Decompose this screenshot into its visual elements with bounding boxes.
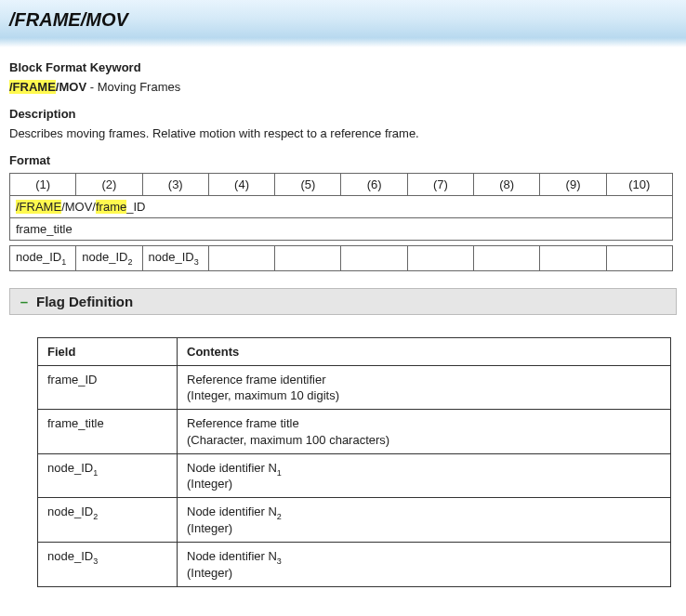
flag-definition-bar[interactable]: – Flag Definition (9, 288, 677, 315)
collapse-icon[interactable]: – (18, 294, 31, 309)
format-col-4: (4) (208, 174, 274, 196)
definition-contents: Reference frame identifier(Integer, maxi… (178, 365, 671, 410)
format-label: Format (9, 153, 677, 167)
format-col-6: (6) (341, 174, 407, 196)
definition-contents: Node identifier N3(Integer) (178, 542, 671, 586)
format-header-row: (1) (2) (3) (4) (5) (6) (7) (8) (9) (10) (10, 174, 673, 196)
definition-contents: Node identifier N1(Integer) (178, 453, 671, 498)
format-col-2: (2) (76, 174, 142, 196)
format-row-2: frame_title (10, 218, 673, 241)
format-table: (1) (2) (3) (4) (5) (6) (7) (8) (9) (10)… (9, 173, 673, 271)
definition-header-field: Field (38, 337, 178, 365)
flag-definition-title: Flag Definition (36, 294, 133, 309)
definition-field: node_ID3 (38, 542, 178, 586)
page-title: /FRAME/MOV (9, 9, 677, 31)
format-row-1-cell: /FRAME/MOV/frame_ID (10, 196, 673, 218)
definition-field: node_ID2 (38, 498, 178, 543)
block-format-keyword-label: Block Format Keyword (9, 60, 677, 74)
definition-row: node_ID3 Node identifier N3(Integer) (38, 542, 671, 586)
definition-field: frame_title (38, 410, 178, 454)
content-area: Block Format Keyword /FRAME/MOV - Moving… (0, 60, 686, 596)
keyword-desc: - Moving Frames (86, 80, 180, 94)
format-row-1: /FRAME/MOV/frame_ID (10, 196, 673, 218)
definition-row: node_ID2 Node identifier N2(Integer) (38, 498, 671, 543)
definition-header-row: Field Contents (38, 337, 671, 365)
definition-field: node_ID1 (38, 453, 178, 498)
format-row-3-c3: node_ID3 (142, 246, 208, 271)
format-row-3-c1: node_ID1 (10, 246, 76, 271)
definition-row: node_ID1 Node identifier N1(Integer) (38, 453, 671, 498)
keyword-line: /FRAME/MOV - Moving Frames (9, 80, 677, 94)
format-col-3: (3) (142, 174, 208, 196)
description-text: Describes moving frames. Relative motion… (9, 126, 677, 140)
definition-row: frame_title Reference frame title(Charac… (38, 410, 671, 454)
keyword-plain: /MOV (56, 80, 86, 94)
definition-table: Field Contents frame_ID Reference frame … (37, 337, 671, 587)
page-header: /FRAME/MOV (0, 0, 686, 47)
format-col-10: (10) (606, 174, 672, 196)
description-label: Description (9, 107, 677, 121)
format-col-8: (8) (474, 174, 540, 196)
definition-field: frame_ID (38, 365, 178, 410)
definition-contents: Node identifier N2(Integer) (178, 498, 671, 543)
definition-header-contents: Contents (178, 337, 671, 365)
definition-row: frame_ID Reference frame identifier(Inte… (38, 365, 671, 410)
format-col-5: (5) (275, 174, 341, 196)
format-col-7: (7) (407, 174, 473, 196)
format-col-1: (1) (10, 174, 76, 196)
keyword-highlight-1: /FRAME (9, 80, 56, 94)
format-row-3: node_ID1 node_ID2 node_ID3 (10, 246, 673, 271)
definition-contents: Reference frame title(Character, maximum… (178, 410, 671, 454)
format-row-2-cell: frame_title (10, 218, 673, 241)
format-row-3-c2: node_ID2 (76, 246, 142, 271)
format-col-9: (9) (540, 174, 606, 196)
